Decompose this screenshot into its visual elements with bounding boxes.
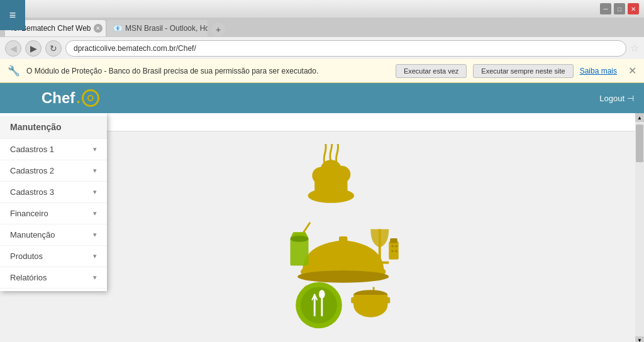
svg-rect-17: [351, 297, 356, 304]
close-button[interactable]: ✕: [628, 3, 639, 14]
scroll-down-button[interactable]: ▼: [635, 336, 644, 342]
refresh-button[interactable]: ↻: [45, 40, 62, 57]
address-bar[interactable]: dpracticolive.bematech.com.br/Chef/: [65, 40, 626, 57]
chevron-down-icon: ▾: [93, 167, 97, 175]
sidebar-item-produtos[interactable]: Produtos ▾: [0, 246, 107, 267]
chevron-down-icon: ▾: [93, 209, 97, 218]
svg-point-23: [391, 250, 394, 252]
menu-item-label: Cadastros 2: [10, 166, 54, 175]
chevron-down-icon: ▾: [93, 252, 97, 260]
menu-item-label: Produtos: [10, 251, 43, 261]
chef-illustration: [225, 144, 419, 333]
svg-rect-8: [291, 238, 309, 266]
sidebar-item-cadastros2[interactable]: Cadastros 2 ▾: [0, 160, 107, 182]
tab-label: Bematech Chef Web: [21, 24, 91, 33]
sidebar-item-cadastros3[interactable]: Cadastros 3 ▾: [0, 182, 107, 203]
bookmark-button[interactable]: ☆: [630, 42, 639, 54]
menu-item-label: Financeiro: [10, 209, 48, 218]
learn-more-link[interactable]: Saiba mais: [580, 67, 617, 75]
app-header: ≡ Chef . O Logout ⊣: [0, 83, 644, 113]
window-controls: ─ □ ✕: [600, 3, 639, 14]
svg-point-21: [391, 245, 394, 248]
notification-bar: 🔧 O Módulo de Proteção - Banco do Brasil…: [0, 59, 644, 83]
notification-close-button[interactable]: ✕: [628, 65, 636, 77]
sidebar-item-financeiro[interactable]: Financeiro ▾: [0, 203, 107, 224]
tab-label2: MSN Brasil - Outlook, Ho…: [125, 24, 208, 33]
notification-text: O Módulo de Proteção - Banco do Brasil p…: [26, 67, 389, 75]
minimize-button[interactable]: ─: [600, 3, 611, 14]
sidebar-item-relatorios[interactable]: Relatórios ▾: [0, 267, 107, 289]
svg-rect-16: [353, 295, 387, 305]
logo-chef-text: Chef: [42, 89, 75, 107]
hamburger-icon: ≡: [9, 9, 16, 22]
execute-always-button[interactable]: Executar sempre neste site: [473, 64, 573, 78]
scroll-up-button[interactable]: ▲: [635, 113, 644, 122]
svg-rect-6: [339, 236, 348, 243]
sidebar-item-cadastros1[interactable]: Cadastros 1 ▾: [0, 139, 107, 160]
logo-o-text: O: [87, 93, 94, 103]
svg-rect-20: [390, 238, 397, 243]
logo-dot: .: [76, 89, 80, 107]
menu-item-label: Cadastros 3: [10, 187, 54, 197]
menu-item-label: Relatórios: [10, 273, 47, 282]
sidebar-toggle-button[interactable]: ≡: [0, 0, 25, 30]
logout-button[interactable]: Logout ⊣: [599, 94, 634, 103]
svg-line-10: [304, 223, 310, 233]
scroll-thumb[interactable]: [636, 124, 643, 162]
svg-point-7: [297, 270, 389, 282]
svg-point-24: [395, 250, 397, 252]
new-tab-button[interactable]: +: [211, 23, 225, 36]
tab-favicon2: 📧: [113, 24, 123, 33]
logout-icon: ⊣: [627, 94, 634, 103]
browser-chrome: ─ □ ✕ 🍽 Bematech Chef Web ✕ 📧 MSN Brasil…: [0, 0, 644, 59]
menu-header: Manutenção: [0, 116, 107, 139]
chevron-down-icon: ▾: [93, 273, 97, 282]
chevron-down-icon: ▾: [93, 188, 97, 196]
browser-toolbar: ◀ ▶ ↻ dpracticolive.bematech.com.br/Chef…: [0, 36, 644, 59]
svg-rect-18: [386, 297, 391, 304]
chevron-down-icon: ▾: [93, 145, 97, 153]
logout-label: Logout: [599, 94, 625, 103]
tab-close-button[interactable]: ✕: [94, 24, 103, 33]
browser-tab-msn[interactable]: 📧 MSN Brasil - Outlook, Ho… ✕: [107, 20, 208, 36]
sidebar-item-manutencao[interactable]: Manutenção ▾: [0, 224, 107, 246]
chevron-down-icon: ▾: [93, 231, 97, 239]
svg-point-9: [291, 236, 309, 242]
svg-point-26: [301, 287, 337, 323]
svg-point-22: [395, 245, 397, 248]
address-text: dpracticolive.bematech.com.br/Chef/: [74, 44, 196, 53]
maximize-button[interactable]: □: [614, 3, 625, 14]
execute-once-button[interactable]: Executar esta vez: [396, 64, 467, 78]
forward-button[interactable]: ▶: [25, 40, 42, 57]
svg-point-4: [333, 166, 350, 183]
navigation-menu: Manutenção Cadastros 1 ▾ Cadastros 2 ▾ C…: [0, 113, 107, 291]
menu-item-label: Manutenção: [10, 230, 55, 240]
scrollbar[interactable]: ▲ ▼: [635, 113, 644, 342]
menu-item-label: Cadastros 1: [10, 145, 54, 154]
browser-titlebar: ─ □ ✕: [0, 0, 644, 18]
logo-o-circle: O: [82, 89, 99, 107]
notification-icon: 🔧: [8, 65, 20, 77]
back-button[interactable]: ◀: [5, 40, 21, 57]
svg-point-31: [319, 290, 325, 299]
app-logo: Chef . O: [42, 89, 99, 107]
